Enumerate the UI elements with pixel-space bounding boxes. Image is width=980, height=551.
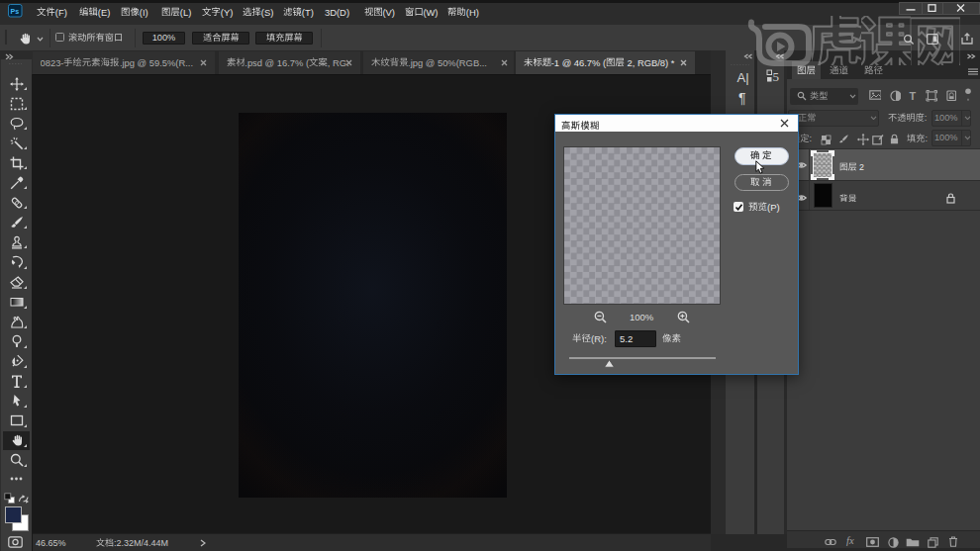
- svg-text:5: 5: [773, 69, 780, 83]
- svg-text:Ps: Ps: [11, 8, 20, 15]
